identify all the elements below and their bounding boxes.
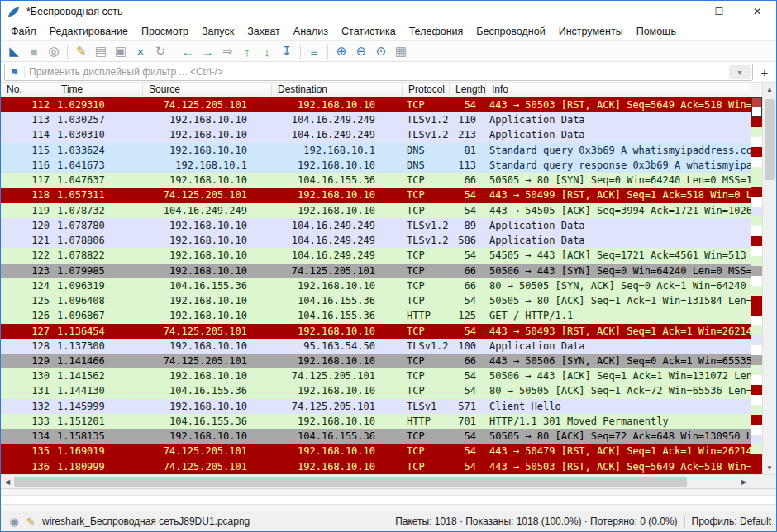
display-filter-box[interactable]: ⚑ ▾ xyxy=(4,64,753,81)
cell-info: 443 → 54505 [ACK] Seq=3994 Ack=1721 Win=… xyxy=(486,203,751,218)
vertical-scroll-thumb[interactable] xyxy=(765,99,775,180)
packet-row[interactable]: 1301.141562192.168.10.1074.125.205.101TC… xyxy=(1,368,751,383)
column-header-info[interactable]: Info xyxy=(486,83,751,97)
resize-columns-icon[interactable]: ▦ xyxy=(391,42,411,60)
scroll-left-icon[interactable]: ◀ xyxy=(1,475,14,488)
packet-row[interactable]: 1271.13645474.125.205.101192.168.10.10TC… xyxy=(1,324,751,339)
scroll-up-icon[interactable]: ▲ xyxy=(763,83,776,96)
cell-protocol: TCP xyxy=(403,203,450,218)
packet-row[interactable]: 1281.137300192.168.10.1095.163.54.50TLSv… xyxy=(1,339,751,354)
packet-row[interactable]: 1121.02931074.125.205.101192.168.10.10TC… xyxy=(1,97,751,112)
first-packet-icon[interactable]: ↑ xyxy=(237,42,257,60)
column-header-length[interactable]: Length xyxy=(450,83,486,97)
zoom-original-icon[interactable]: ⊙ xyxy=(371,42,391,60)
packet-row[interactable]: 1341.158135192.168.10.10104.16.155.36TCP… xyxy=(1,429,751,444)
packet-row[interactable]: 1221.078822192.168.10.10104.16.249.249TC… xyxy=(1,248,751,263)
menu-item[interactable]: Инструменты xyxy=(552,24,630,39)
packet-row[interactable]: 1361.18099974.125.205.101192.168.10.10TC… xyxy=(1,459,751,474)
menu-item[interactable]: Просмотр xyxy=(135,24,195,39)
packet-row[interactable]: 1151.033624192.168.10.10192.168.10.1DNS8… xyxy=(1,143,751,158)
packet-row[interactable]: 1311.144130104.16.155.36192.168.10.10TCP… xyxy=(1,383,751,398)
packet-row[interactable]: 1171.047637192.168.10.10104.16.155.36TCP… xyxy=(1,173,751,188)
menu-item[interactable]: Редактирование xyxy=(43,24,135,39)
packet-row[interactable]: 1131.030257192.168.10.10104.16.249.249TL… xyxy=(1,112,751,127)
packet-row[interactable]: 1181.05731174.125.205.101192.168.10.10TC… xyxy=(1,188,751,202)
zoom-in-icon[interactable]: ⊕ xyxy=(331,42,351,60)
vertical-scroll-groove[interactable] xyxy=(763,96,776,461)
menu-item[interactable]: Беспроводной xyxy=(470,24,551,39)
packet-row[interactable]: 1261.096867192.168.10.10104.16.155.36HTT… xyxy=(1,308,751,323)
cell-length: 54 xyxy=(450,383,486,398)
menu-item[interactable]: Анализ xyxy=(287,24,335,39)
last-packet-icon[interactable]: ↓ xyxy=(257,42,277,60)
menu-item[interactable]: Статистика xyxy=(335,24,403,39)
cell-destination: 104.16.155.36 xyxy=(272,308,403,323)
cell-no: 124 xyxy=(1,278,55,293)
cell-source: 104.16.155.36 xyxy=(143,383,272,398)
horizontal-scrollbar[interactable]: ◀ ▶ xyxy=(1,474,751,488)
wireshark-window: *Беспроводная сеть ─ ☐ ✕ ФайлРедактирова… xyxy=(0,0,777,532)
horizontal-scroll-groove[interactable] xyxy=(14,475,737,488)
go-to-packet-icon[interactable]: ⇒ xyxy=(217,42,237,60)
open-file-icon[interactable]: ▤ xyxy=(91,42,111,60)
packet-row[interactable]: 1331.151201104.16.155.36192.168.10.10HTT… xyxy=(1,414,751,429)
packet-row[interactable]: 1321.145999192.168.10.1074.125.205.101TL… xyxy=(1,399,751,414)
packet-row[interactable]: 1291.14146674.125.205.101192.168.10.10TC… xyxy=(1,354,751,368)
minimap-view-indicator[interactable] xyxy=(751,97,762,117)
zoom-out-icon[interactable]: ⊖ xyxy=(351,42,371,60)
packet-row[interactable]: 1251.096408192.168.10.10104.16.155.36TCP… xyxy=(1,293,751,308)
capture-comment-icon[interactable]: ✎ xyxy=(22,515,39,528)
add-filter-button[interactable]: + xyxy=(756,64,773,80)
scroll-right-icon[interactable]: ▶ xyxy=(737,475,751,488)
column-header-protocol[interactable]: Protocol xyxy=(403,83,450,97)
intelligent-scrollbar-minimap[interactable] xyxy=(751,83,762,474)
go-back-icon[interactable]: ← xyxy=(178,42,198,60)
menu-item[interactable]: Захват xyxy=(241,24,287,39)
close-file-icon[interactable]: × xyxy=(131,42,150,60)
menu-item[interactable]: Запуск xyxy=(195,24,241,39)
packet-row[interactable]: 1241.096319104.16.155.36192.168.10.10TCP… xyxy=(1,278,751,293)
packet-row[interactable]: 1201.078780192.168.10.10104.16.249.249TL… xyxy=(1,218,751,233)
packet-row[interactable]: 1191.078732104.16.249.249192.168.10.10TC… xyxy=(1,203,751,218)
auto-scroll-icon[interactable]: ↧ xyxy=(277,42,297,60)
profile-selector[interactable]: Профиль: Default xyxy=(692,515,772,527)
packet-row[interactable]: 1351.16901974.125.205.101192.168.10.10TC… xyxy=(1,444,751,458)
cell-time: 1.078822 xyxy=(55,248,143,263)
column-header-no[interactable]: No. xyxy=(1,83,55,97)
packet-row[interactable]: 1141.030310192.168.10.10104.16.249.249TL… xyxy=(1,127,751,142)
stop-capture-icon[interactable]: ■ xyxy=(24,42,44,60)
close-button[interactable]: ✕ xyxy=(738,1,776,22)
capture-note-icon[interactable]: ✎ xyxy=(71,42,91,60)
go-forward-icon[interactable]: → xyxy=(198,42,217,60)
save-file-icon[interactable]: ▣ xyxy=(111,42,131,60)
filter-expression-dropdown-icon[interactable]: ▾ xyxy=(729,65,751,79)
minimize-button[interactable]: ─ xyxy=(662,1,700,22)
menu-item[interactable]: Файл xyxy=(4,24,43,39)
vertical-scrollbar[interactable]: ▲ ▼ xyxy=(762,83,776,474)
scroll-down-icon[interactable]: ▼ xyxy=(763,461,776,474)
filter-bookmark-icon[interactable]: ⚑ xyxy=(5,66,25,78)
packet-row[interactable]: 1211.078806192.168.10.10104.16.249.249TL… xyxy=(1,233,751,248)
colorize-icon[interactable]: ≡ xyxy=(304,42,324,60)
reload-file-icon[interactable]: ↻ xyxy=(150,42,170,60)
capture-options-icon[interactable]: ◎ xyxy=(44,42,64,60)
minimap-stripes[interactable] xyxy=(751,97,762,474)
cell-length: 125 xyxy=(450,308,486,323)
packet-row[interactable]: 1161.041673192.168.10.1192.168.10.10DNS1… xyxy=(1,158,751,173)
cell-protocol: DNS xyxy=(403,158,450,173)
column-header-destination[interactable]: Destination xyxy=(272,83,403,97)
maximize-button[interactable]: ☐ xyxy=(700,1,738,22)
expert-info-icon[interactable]: ◉ xyxy=(6,515,22,528)
cell-length: 100 xyxy=(450,339,486,354)
start-capture-icon[interactable]: ◣ xyxy=(4,42,24,60)
menu-item[interactable]: Телефония xyxy=(403,24,470,39)
pane-splitter[interactable] xyxy=(1,495,776,505)
cell-destination: 192.168.10.10 xyxy=(272,444,403,458)
column-header-source[interactable]: Source xyxy=(143,83,272,97)
menu-item[interactable]: Помощь xyxy=(630,24,683,39)
packet-row[interactable]: 1231.079985192.168.10.1074.125.205.101TC… xyxy=(1,264,751,278)
display-filter-input[interactable] xyxy=(25,66,729,78)
column-header-time[interactable]: Time xyxy=(55,83,143,97)
horizontal-scroll-thumb[interactable] xyxy=(14,477,687,487)
cell-info: Application Data xyxy=(486,233,751,248)
